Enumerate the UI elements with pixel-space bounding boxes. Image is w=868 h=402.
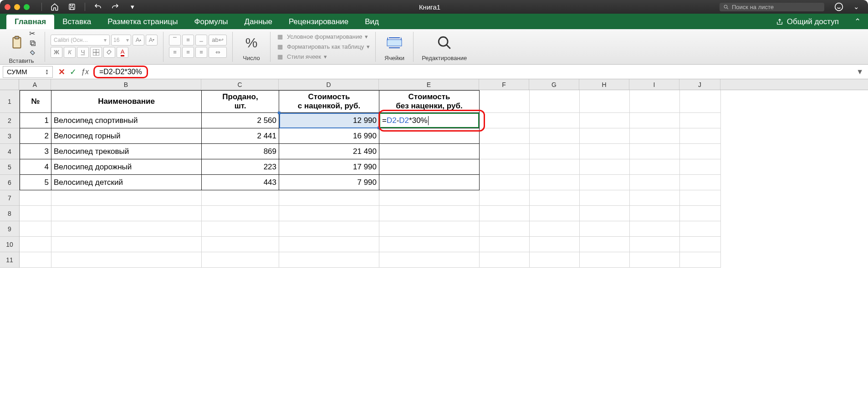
- col-H[interactable]: H: [579, 79, 629, 90]
- cell-A4[interactable]: 3: [20, 144, 51, 159]
- cell-C4[interactable]: 869: [202, 144, 279, 159]
- cell-I3[interactable]: [630, 128, 680, 144]
- cell-J3[interactable]: [680, 128, 721, 144]
- cell-D2[interactable]: 12 990: [279, 113, 379, 128]
- cell-D11[interactable]: [279, 252, 379, 268]
- cell-B5[interactable]: Велосипед дорожный: [51, 159, 202, 175]
- cell-J7[interactable]: [680, 190, 721, 206]
- cell-I8[interactable]: [630, 206, 680, 221]
- col-F[interactable]: F: [479, 79, 529, 90]
- cell-F3[interactable]: [480, 128, 530, 144]
- select-all-corner[interactable]: [0, 79, 19, 90]
- cell-A11[interactable]: [20, 252, 51, 268]
- cell-E9[interactable]: [379, 221, 480, 237]
- cell-C8[interactable]: [202, 206, 279, 221]
- cell-B2[interactable]: Велосипед спортивный: [51, 113, 202, 128]
- cell-I1[interactable]: [630, 90, 680, 113]
- underline-button[interactable]: Ч: [77, 47, 89, 58]
- row-7-header[interactable]: 7: [0, 190, 19, 206]
- cells-button[interactable]: [384, 32, 405, 53]
- cell-J4[interactable]: [680, 144, 721, 159]
- cell-G7[interactable]: [530, 190, 580, 206]
- header-num[interactable]: №: [20, 90, 51, 113]
- cell-F6[interactable]: [480, 175, 530, 190]
- row-6-header[interactable]: 6: [0, 175, 19, 190]
- cell-A3[interactable]: 2: [20, 128, 51, 144]
- minimize-window-button[interactable]: [14, 4, 20, 10]
- tab-home[interactable]: Главная: [6, 15, 54, 29]
- cell-H7[interactable]: [580, 190, 630, 206]
- cell-A9[interactable]: [20, 221, 51, 237]
- cell-E8[interactable]: [379, 206, 480, 221]
- cell-C3[interactable]: 2 441: [202, 128, 279, 144]
- decrease-font-icon[interactable]: A▾: [146, 35, 158, 46]
- cell-D4[interactable]: 21 490: [279, 144, 379, 159]
- col-E[interactable]: E: [379, 79, 479, 90]
- cell-C6[interactable]: 443: [202, 175, 279, 190]
- row-2-header[interactable]: 2: [0, 113, 19, 128]
- copy-icon[interactable]: [29, 40, 36, 47]
- col-J[interactable]: J: [679, 79, 720, 90]
- find-button[interactable]: [434, 32, 455, 53]
- cell-F4[interactable]: [480, 144, 530, 159]
- col-C[interactable]: C: [201, 79, 279, 90]
- cell-G9[interactable]: [530, 221, 580, 237]
- row-11-header[interactable]: 11: [0, 252, 19, 268]
- cell-H6[interactable]: [580, 175, 630, 190]
- cell-G6[interactable]: [530, 175, 580, 190]
- fill-color-icon[interactable]: [103, 47, 115, 58]
- header-sold[interactable]: Продано, шт.: [202, 90, 279, 113]
- col-G[interactable]: G: [529, 79, 579, 90]
- cell-J2[interactable]: [680, 113, 721, 128]
- feedback-icon[interactable]: [833, 1, 844, 12]
- cell-I11[interactable]: [630, 252, 680, 268]
- qat-chevron-icon[interactable]: ▾: [127, 1, 138, 12]
- cell-H1[interactable]: [580, 90, 630, 113]
- header-price[interactable]: Стоимость с наценкой, руб.: [279, 90, 379, 113]
- align-middle-icon[interactable]: ≡: [182, 35, 194, 46]
- cell-D8[interactable]: [279, 206, 379, 221]
- increase-font-icon[interactable]: A▴: [133, 35, 144, 46]
- cell-styles-button[interactable]: ▦Стили ячеек ▾: [276, 53, 370, 61]
- expand-formula-bar-icon[interactable]: ▼: [852, 68, 868, 76]
- cell-G8[interactable]: [530, 206, 580, 221]
- cell-D3[interactable]: 16 990: [279, 128, 379, 144]
- formula-input[interactable]: =D2-D2*30%: [93, 66, 148, 78]
- cell-E5[interactable]: [379, 159, 480, 175]
- cell-E10[interactable]: [379, 237, 480, 252]
- search-box[interactable]: Поиск на листе: [720, 3, 824, 11]
- cell-B7[interactable]: [51, 190, 202, 206]
- cell-J5[interactable]: [680, 159, 721, 175]
- row-10-header[interactable]: 10: [0, 237, 19, 252]
- cell-E2[interactable]: =D2-D2*30%: [379, 113, 480, 128]
- cell-C5[interactable]: 223: [202, 159, 279, 175]
- row-9-header[interactable]: 9: [0, 221, 19, 237]
- cell-A2[interactable]: 1: [20, 113, 51, 128]
- cell-D9[interactable]: [279, 221, 379, 237]
- cell-B10[interactable]: [51, 237, 202, 252]
- col-D[interactable]: D: [279, 79, 379, 90]
- share-button[interactable]: Общий доступ: [768, 15, 847, 29]
- col-A[interactable]: A: [19, 79, 51, 90]
- tab-formulas[interactable]: Формулы: [186, 15, 236, 29]
- row-5-header[interactable]: 5: [0, 159, 19, 175]
- cell-J1[interactable]: [680, 90, 721, 113]
- format-painter-icon[interactable]: [29, 49, 36, 56]
- cell-F5[interactable]: [480, 159, 530, 175]
- cell-H10[interactable]: [580, 237, 630, 252]
- cell-F10[interactable]: [480, 237, 530, 252]
- cell-G11[interactable]: [530, 252, 580, 268]
- bold-button[interactable]: Ж: [51, 47, 62, 58]
- undo-icon[interactable]: [92, 1, 103, 12]
- align-bottom-icon[interactable]: ⎽: [195, 35, 207, 46]
- row-4-header[interactable]: 4: [0, 144, 19, 159]
- align-right-icon[interactable]: ≡: [195, 47, 207, 58]
- cell-F8[interactable]: [480, 206, 530, 221]
- cell-B3[interactable]: Велосипед горный: [51, 128, 202, 144]
- cell-A7[interactable]: [20, 190, 51, 206]
- font-name-select[interactable]: Calibri (Осн…▾: [51, 35, 110, 46]
- col-I[interactable]: I: [629, 79, 679, 90]
- fx-icon[interactable]: ƒx: [81, 68, 89, 76]
- cell-D7[interactable]: [279, 190, 379, 206]
- cell-G2[interactable]: [530, 113, 580, 128]
